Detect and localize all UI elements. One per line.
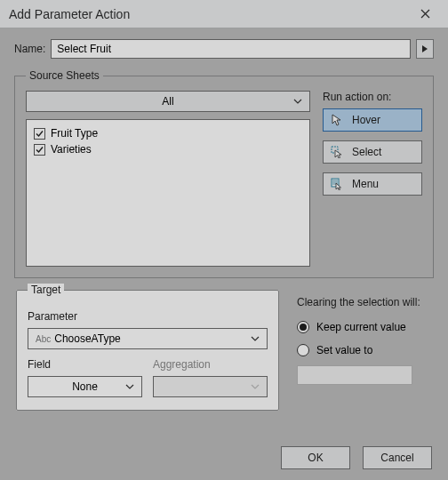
field-label: Field [28, 358, 142, 371]
titlebar: Add Parameter Action [0, 0, 448, 28]
target-legend: Target [28, 284, 64, 296]
list-item-label: Fruit Type [51, 127, 98, 140]
source-sheets-dropdown-value: All [162, 95, 173, 108]
close-icon [420, 9, 430, 19]
chevron-down-icon [125, 384, 134, 389]
menu-cursor-icon [331, 178, 343, 190]
radio-icon [297, 321, 309, 333]
radio-set-value[interactable]: Set value to [297, 340, 434, 360]
source-sheets-list: Fruit Type Varieties [26, 119, 310, 267]
target-group: Target Parameter Abc ChooseAType Field N… [16, 284, 279, 411]
cancel-button-label: Cancel [380, 452, 413, 464]
triangle-right-icon [421, 44, 428, 53]
chevron-down-icon [293, 99, 302, 104]
hover-button-label: Hover [352, 114, 380, 126]
field-select[interactable]: None [28, 376, 142, 397]
menu-button[interactable]: Menu [323, 172, 422, 196]
source-sheets-group: Source Sheets All Fruit Type [14, 69, 434, 278]
select-cursor-icon [331, 146, 343, 158]
list-item[interactable]: Fruit Type [34, 125, 302, 141]
hover-cursor-icon [331, 114, 343, 126]
name-dropdown-button[interactable] [416, 39, 434, 59]
hover-button[interactable]: Hover [323, 108, 422, 132]
dialog-title: Add Parameter Action [9, 7, 130, 21]
parameter-value: ChooseAType [54, 332, 121, 345]
radio-keep-label: Keep current value [316, 321, 406, 333]
radio-icon [297, 344, 309, 356]
radio-set-label: Set value to [316, 344, 372, 356]
parameter-select[interactable]: Abc ChooseAType [28, 328, 268, 349]
aggregation-select [153, 376, 268, 397]
parameter-label: Parameter [28, 310, 268, 323]
radio-keep-current[interactable]: Keep current value [297, 317, 434, 337]
checkbox-icon[interactable] [34, 144, 45, 156]
ok-button-label: OK [308, 452, 323, 464]
list-item-label: Varieties [51, 143, 92, 156]
name-label: Name: [14, 43, 45, 55]
chevron-down-icon [251, 336, 260, 341]
source-sheets-dropdown[interactable]: All [26, 91, 310, 112]
close-button[interactable] [407, 0, 443, 28]
list-item[interactable]: Varieties [34, 141, 302, 157]
chevron-down-icon [251, 384, 260, 389]
aggregation-label: Aggregation [153, 358, 268, 371]
cancel-button[interactable]: Cancel [363, 446, 432, 469]
set-value-input [297, 365, 412, 385]
clearing-group: Clearing the selection will: Keep curren… [297, 284, 434, 411]
abc-type-icon: Abc [36, 334, 51, 344]
clearing-title: Clearing the selection will: [297, 296, 434, 308]
name-input[interactable] [51, 39, 411, 59]
checkbox-icon[interactable] [34, 128, 45, 140]
select-button[interactable]: Select [323, 140, 422, 164]
select-button-label: Select [352, 146, 381, 158]
source-sheets-legend: Source Sheets [26, 69, 103, 82]
ok-button[interactable]: OK [281, 446, 350, 469]
menu-button-label: Menu [352, 178, 379, 190]
field-value: None [72, 380, 98, 393]
run-action-label: Run action on: [323, 91, 422, 103]
